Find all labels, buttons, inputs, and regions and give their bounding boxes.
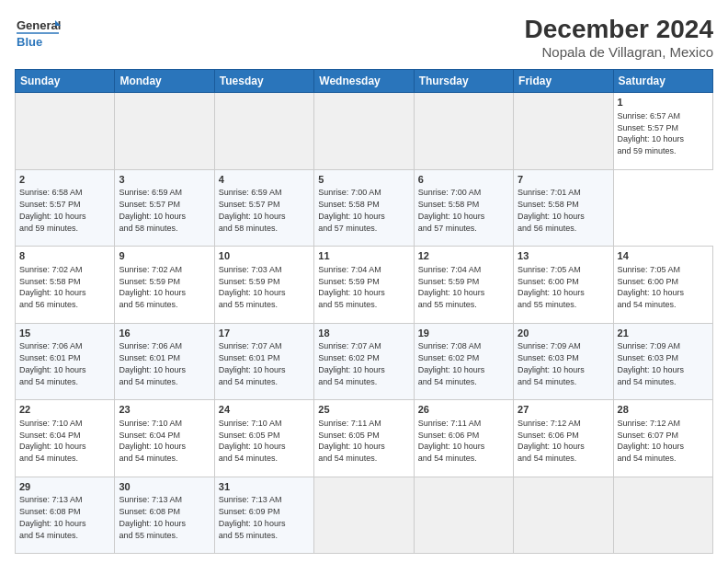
calendar-day-7: 7Sunrise: 7:01 AMSunset: 5:58 PMDaylight…: [514, 169, 613, 247]
day-info: Sunrise: 7:01 AMSunset: 5:58 PMDaylight:…: [518, 188, 585, 232]
calendar-week-5: 22Sunrise: 7:10 AMSunset: 6:04 PMDayligh…: [16, 400, 713, 477]
day-info: Sunrise: 7:10 AMSunset: 6:04 PMDaylight:…: [19, 419, 86, 463]
day-number: 15: [19, 327, 110, 340]
calendar-day-25: 25Sunrise: 7:11 AMSunset: 6:05 PMDayligh…: [314, 400, 414, 477]
day-info: Sunrise: 6:59 AMSunset: 5:57 PMDaylight:…: [219, 188, 286, 232]
calendar-day-28: 28Sunrise: 7:12 AMSunset: 6:07 PMDayligh…: [613, 400, 712, 477]
day-number: 11: [318, 249, 409, 263]
day-number: 14: [618, 249, 709, 263]
day-number: 20: [518, 327, 609, 340]
day-info: Sunrise: 7:11 AMSunset: 6:05 PMDaylight:…: [318, 419, 385, 463]
day-info: Sunrise: 7:04 AMSunset: 5:59 PMDaylight:…: [418, 265, 485, 309]
logo: General Blue: [15, 15, 61, 53]
day-info: Sunrise: 7:13 AMSunset: 6:09 PMDaylight:…: [219, 495, 286, 539]
calendar-day-31: 31Sunrise: 7:13 AMSunset: 6:09 PMDayligh…: [214, 477, 313, 554]
days-of-week-row: SundayMondayTuesdayWednesdayThursdayFrid…: [16, 70, 713, 93]
calendar-day-16: 16Sunrise: 7:06 AMSunset: 6:01 PMDayligh…: [115, 323, 214, 400]
calendar-week-1: 1Sunrise: 6:57 AMSunset: 5:57 PMDaylight…: [16, 93, 713, 170]
calendar-day-1: 1Sunrise: 6:57 AMSunset: 5:57 PMDaylight…: [613, 93, 712, 170]
day-number: 26: [418, 403, 509, 417]
calendar-day-24: 24Sunrise: 7:10 AMSunset: 6:05 PMDayligh…: [214, 400, 313, 477]
day-info: Sunrise: 7:10 AMSunset: 6:04 PMDaylight:…: [119, 419, 186, 463]
empty-cell: [115, 93, 214, 170]
logo-svg: General Blue: [15, 15, 61, 53]
day-number: 24: [219, 403, 310, 417]
day-info: Sunrise: 7:06 AMSunset: 6:01 PMDaylight:…: [119, 341, 186, 385]
day-number: 3: [119, 173, 210, 187]
calendar-week-3: 8Sunrise: 7:02 AMSunset: 5:58 PMDaylight…: [16, 247, 713, 324]
day-info: Sunrise: 6:59 AMSunset: 5:57 PMDaylight:…: [119, 188, 186, 232]
calendar-day-18: 18Sunrise: 7:07 AMSunset: 6:02 PMDayligh…: [314, 323, 414, 400]
day-number: 2: [19, 173, 110, 187]
calendar-day-30: 30Sunrise: 7:13 AMSunset: 6:08 PMDayligh…: [115, 477, 214, 554]
day-info: Sunrise: 7:11 AMSunset: 6:06 PMDaylight:…: [418, 419, 485, 463]
calendar-week-4: 15Sunrise: 7:06 AMSunset: 6:01 PMDayligh…: [16, 323, 713, 400]
calendar-day-23: 23Sunrise: 7:10 AMSunset: 6:04 PMDayligh…: [115, 400, 214, 477]
day-info: Sunrise: 7:02 AMSunset: 5:58 PMDaylight:…: [19, 265, 86, 309]
day-info: Sunrise: 7:12 AMSunset: 6:07 PMDaylight:…: [618, 419, 685, 463]
day-number: 6: [418, 173, 509, 187]
day-info: Sunrise: 7:04 AMSunset: 5:59 PMDaylight:…: [318, 265, 385, 309]
day-info: Sunrise: 7:12 AMSunset: 6:06 PMDaylight:…: [518, 419, 585, 463]
day-number: 27: [518, 403, 609, 417]
day-info: Sunrise: 7:03 AMSunset: 5:59 PMDaylight:…: [219, 265, 286, 309]
empty-cell: [314, 93, 414, 170]
calendar-day-20: 20Sunrise: 7:09 AMSunset: 6:03 PMDayligh…: [514, 323, 613, 400]
day-number: 30: [119, 480, 210, 494]
calendar-day-6: 6Sunrise: 7:00 AMSunset: 5:58 PMDaylight…: [414, 169, 513, 247]
day-header-sunday: Sunday: [16, 70, 115, 93]
calendar-day-27: 27Sunrise: 7:12 AMSunset: 6:06 PMDayligh…: [514, 400, 613, 477]
day-header-friday: Friday: [514, 70, 613, 93]
day-number: 4: [219, 173, 310, 187]
day-number: 21: [618, 327, 709, 340]
calendar-day-22: 22Sunrise: 7:10 AMSunset: 6:04 PMDayligh…: [16, 400, 115, 477]
day-info: Sunrise: 7:07 AMSunset: 6:01 PMDaylight:…: [219, 341, 286, 385]
calendar-header: SundayMondayTuesdayWednesdayThursdayFrid…: [16, 70, 713, 93]
day-number: 23: [119, 403, 210, 417]
day-info: Sunrise: 7:06 AMSunset: 6:01 PMDaylight:…: [19, 341, 86, 385]
calendar-table: SundayMondayTuesdayWednesdayThursdayFrid…: [15, 69, 713, 554]
page: General Blue December 2024 Nopala de Vil…: [0, 0, 728, 563]
day-info: Sunrise: 7:02 AMSunset: 5:59 PMDaylight:…: [119, 265, 186, 309]
day-number: 19: [418, 327, 509, 340]
day-number: 10: [219, 249, 310, 263]
day-info: Sunrise: 7:09 AMSunset: 6:03 PMDaylight:…: [518, 341, 585, 385]
empty-cell: [613, 477, 712, 554]
day-number: 13: [518, 249, 609, 263]
day-info: Sunrise: 6:57 AMSunset: 5:57 PMDaylight:…: [618, 111, 685, 155]
calendar-day-10: 10Sunrise: 7:03 AMSunset: 5:59 PMDayligh…: [214, 247, 313, 324]
day-number: 9: [119, 249, 210, 263]
day-number: 18: [318, 327, 409, 340]
page-title: December 2024: [525, 15, 713, 44]
day-info: Sunrise: 7:10 AMSunset: 6:05 PMDaylight:…: [219, 419, 286, 463]
day-header-saturday: Saturday: [613, 70, 712, 93]
svg-text:General: General: [17, 18, 61, 32]
calendar-day-17: 17Sunrise: 7:07 AMSunset: 6:01 PMDayligh…: [214, 323, 313, 400]
day-info: Sunrise: 7:05 AMSunset: 6:00 PMDaylight:…: [518, 265, 585, 309]
empty-cell: [16, 93, 115, 170]
day-header-monday: Monday: [115, 70, 214, 93]
calendar-day-4: 4Sunrise: 6:59 AMSunset: 5:57 PMDaylight…: [214, 169, 313, 247]
empty-cell: [514, 93, 613, 170]
day-number: 1: [618, 96, 709, 109]
calendar-day-3: 3Sunrise: 6:59 AMSunset: 5:57 PMDaylight…: [115, 169, 214, 247]
empty-cell: [314, 477, 414, 554]
day-number: 7: [518, 173, 609, 187]
calendar-day-2: 2Sunrise: 6:58 AMSunset: 5:57 PMDaylight…: [16, 169, 115, 247]
calendar-day-21: 21Sunrise: 7:09 AMSunset: 6:03 PMDayligh…: [613, 323, 712, 400]
calendar-day-13: 13Sunrise: 7:05 AMSunset: 6:00 PMDayligh…: [514, 247, 613, 324]
day-info: Sunrise: 7:00 AMSunset: 5:58 PMDaylight:…: [418, 188, 485, 232]
calendar-day-5: 5Sunrise: 7:00 AMSunset: 5:58 PMDaylight…: [314, 169, 414, 247]
day-number: 12: [418, 249, 509, 263]
day-number: 28: [618, 403, 709, 417]
svg-text:Blue: Blue: [17, 35, 42, 49]
day-info: Sunrise: 6:58 AMSunset: 5:57 PMDaylight:…: [19, 188, 86, 232]
day-info: Sunrise: 7:13 AMSunset: 6:08 PMDaylight:…: [119, 495, 186, 539]
day-number: 16: [119, 327, 210, 340]
empty-cell: [514, 477, 613, 554]
day-number: 17: [219, 327, 310, 340]
page-subtitle: Nopala de Villagran, Mexico: [525, 44, 713, 60]
day-header-tuesday: Tuesday: [214, 70, 313, 93]
calendar-day-29: 29Sunrise: 7:13 AMSunset: 6:08 PMDayligh…: [16, 477, 115, 554]
empty-cell: [214, 93, 313, 170]
